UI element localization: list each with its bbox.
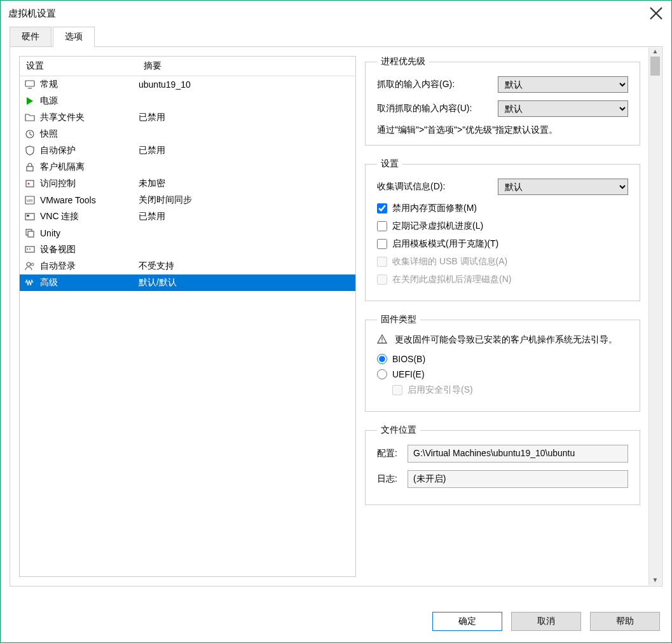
window-title: 虚拟机设置 (8, 8, 56, 20)
svg-rect-0 (25, 81, 34, 86)
firmware-warning: 更改固件可能会导致已安装的客户机操作系统无法引导。 (395, 334, 617, 346)
item-summary: 已禁用 (139, 145, 355, 156)
list-item[interactable]: vmVMware Tools关闭时间同步 (20, 192, 355, 208)
svg-point-16 (31, 263, 34, 266)
log-progress-row[interactable]: 定期记录虚拟机进度(L) (377, 220, 628, 232)
svg-text:vm: vm (27, 198, 33, 203)
item-name: 自动保护 (40, 145, 139, 156)
log-progress-checkbox[interactable] (377, 221, 387, 231)
item-name: 高级 (40, 277, 139, 288)
list-item[interactable]: 自动保护已禁用 (20, 142, 355, 159)
priority-legend: 进程优先级 (377, 56, 429, 67)
list-item[interactable]: 常规ubuntu19_10 (20, 76, 355, 93)
list-item[interactable]: 客户机隔离 (20, 159, 355, 175)
clean-disks-label: 在关闭此虚拟机后清理磁盘(N) (392, 274, 511, 285)
clock-icon (24, 128, 36, 140)
scroll-up-icon[interactable]: ▲ (649, 48, 661, 57)
item-name: 客户机隔离 (40, 161, 139, 173)
svg-point-15 (27, 262, 31, 266)
ungrabbed-input-label: 取消抓取的输入内容(U): (377, 103, 498, 114)
log-file-label: 日志: (377, 473, 408, 485)
config-file-path: G:\Virtual Machines\ubuntu19_10\ubuntu (408, 445, 628, 463)
vm-icon: vm (24, 194, 36, 206)
monitor-icon (24, 78, 36, 91)
item-name: 电源 (40, 95, 139, 107)
tab-hardware[interactable]: 硬件 (10, 27, 51, 47)
window-icon (24, 227, 36, 240)
user-icon (24, 260, 36, 273)
list-item[interactable]: Unity (20, 225, 355, 241)
scroll-thumb[interactable] (650, 57, 660, 76)
svg-point-14 (29, 248, 31, 250)
right-scrollbar[interactable]: ▲ ▼ (648, 48, 661, 585)
debug-info-select[interactable]: 默认 (498, 179, 628, 195)
bios-label: BIOS(B) (392, 354, 425, 364)
item-summary: 关闭时间同步 (139, 194, 355, 206)
item-name: 共享文件夹 (40, 112, 139, 123)
item-name: 自动登录 (40, 261, 139, 272)
vnc-icon (24, 210, 36, 223)
cancel-button[interactable]: 取消 (511, 612, 581, 631)
clean-disks-checkbox (377, 274, 387, 285)
item-summary: 未加密 (139, 178, 355, 189)
debug-info-label: 收集调试信息(D): (377, 181, 498, 193)
ungrabbed-input-select[interactable]: 默认 (498, 100, 628, 117)
file-location-group: 文件位置 配置: G:\Virtual Machines\ubuntu19_10… (365, 424, 640, 505)
secure-boot-row: 启用安全引导(S) (392, 384, 628, 396)
item-summary: 默认/默认 (139, 277, 355, 288)
list-item[interactable]: 设备视图 (20, 241, 355, 258)
item-summary: 已禁用 (139, 112, 355, 123)
usb-debug-row: 收集详细的 USB 调试信息(A) (377, 256, 628, 267)
file-location-legend: 文件位置 (377, 424, 420, 436)
template-mode-row[interactable]: 启用模板模式(用于克隆)(T) (377, 238, 628, 250)
config-file-label: 配置: (377, 448, 408, 459)
header-summary: 摘要 (137, 57, 355, 76)
disable-page-trimming-row[interactable]: 禁用内存页面修整(M) (377, 203, 628, 214)
list-item[interactable]: 自动登录不受支持 (20, 258, 355, 274)
clean-disks-row: 在关闭此虚拟机后清理磁盘(N) (377, 274, 628, 285)
dialog-buttons: 确定 取消 帮助 (432, 612, 660, 631)
list-header: 设置 摘要 (20, 57, 355, 76)
ok-button[interactable]: 确定 (432, 612, 502, 631)
scroll-down-icon[interactable]: ▼ (649, 576, 661, 585)
header-setting: 设置 (20, 57, 137, 76)
settings-legend: 设置 (377, 158, 402, 170)
item-name: 访问控制 (40, 178, 139, 189)
svg-rect-11 (28, 231, 34, 237)
list-item[interactable]: 电源 (20, 93, 355, 109)
play-icon (24, 95, 36, 107)
list-item[interactable]: 高级默认/默认 (20, 274, 355, 291)
item-summary: 已禁用 (139, 211, 355, 222)
svg-point-5 (28, 183, 30, 185)
secure-boot-checkbox (392, 385, 402, 395)
help-button[interactable]: 帮助 (590, 612, 660, 631)
template-mode-checkbox[interactable] (377, 239, 387, 249)
svg-point-13 (27, 248, 28, 250)
warning-icon (377, 334, 390, 346)
firmware-legend: 固件类型 (377, 314, 420, 325)
list-item[interactable]: 共享文件夹已禁用 (20, 109, 355, 126)
item-name: 快照 (40, 128, 139, 140)
usb-debug-checkbox (377, 257, 387, 267)
vm-settings-window: 虚拟机设置 硬件 选项 设置 摘要 常规ubuntu19_10电源共享文件夹已禁… (0, 0, 672, 643)
list-item[interactable]: 快照 (20, 126, 355, 142)
bios-radio[interactable] (377, 354, 387, 364)
list-item[interactable]: VNC 连接已禁用 (20, 208, 355, 225)
tab-options[interactable]: 选项 (53, 27, 95, 47)
uefi-radio-row[interactable]: UEFI(E) (377, 369, 628, 379)
grabbed-input-select[interactable]: 默认 (498, 76, 628, 93)
tab-content: 设置 摘要 常规ubuntu19_10电源共享文件夹已禁用快照自动保护已禁用客户… (10, 46, 662, 586)
key-icon (24, 177, 36, 190)
disable-page-trimming-checkbox[interactable] (377, 203, 387, 213)
svg-point-18 (381, 341, 383, 342)
item-name: 设备视图 (40, 244, 139, 255)
firmware-group: 固件类型 更改固件可能会导致已安装的客户机操作系统无法引导。 BIOS(B) U… (365, 314, 640, 412)
bios-radio-row[interactable]: BIOS(B) (377, 354, 628, 364)
list-item[interactable]: 访问控制未加密 (20, 175, 355, 192)
device-icon (24, 243, 36, 256)
log-progress-label: 定期记录虚拟机进度(L) (392, 220, 483, 232)
item-summary: 不受支持 (139, 261, 355, 272)
item-name: VNC 连接 (40, 211, 139, 222)
close-button[interactable] (648, 6, 664, 21)
uefi-radio[interactable] (377, 369, 387, 379)
